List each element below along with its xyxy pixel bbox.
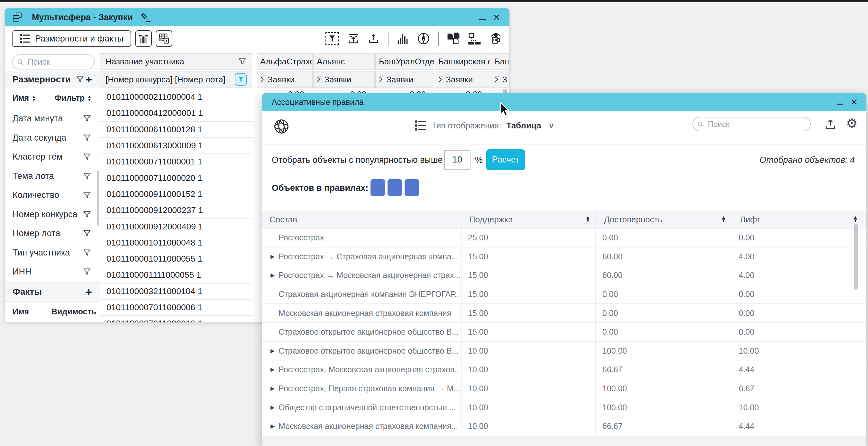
dimension-item[interactable]: Дата секунда: [5, 128, 100, 148]
confidence-header[interactable]: Достоверность: [604, 211, 662, 228]
dialog-close-button[interactable]: ✕: [847, 95, 861, 110]
pivot-row[interactable]: 0101100000711000020 1: [100, 170, 252, 186]
sort-icon[interactable]: ▲▼: [853, 216, 858, 222]
rule-row[interactable]: ▶ Страховая акционерная компания ЭНЕРГОГ…: [262, 285, 866, 304]
column-header[interactable]: Альянс: [313, 53, 375, 70]
filter-icon[interactable]: [83, 229, 91, 238]
filter-icon[interactable]: [83, 114, 91, 123]
pivot-row[interactable]: 0101100001011000048 1: [100, 235, 252, 251]
sidebar-scrollbar[interactable]: [97, 171, 99, 226]
measure-header[interactable]: Σ Заявки: [257, 71, 313, 88]
pivot-row[interactable]: 0101100007011000016 1: [100, 316, 252, 322]
rule-row[interactable]: ▶ Росгосстрах 25.00 0.00 0.00: [262, 229, 866, 247]
calculate-button[interactable]: Расчет: [486, 149, 525, 170]
column-header[interactable]: АльфаСтрахова: [257, 53, 313, 70]
pivot-row[interactable]: 0101100001011000055 1: [100, 251, 252, 267]
measure-header[interactable]: Σ Заявки: [313, 71, 375, 88]
rule-row[interactable]: ▶ Страховое открытое акционерное обществ…: [262, 323, 866, 342]
composition-header[interactable]: Состав: [270, 211, 297, 228]
tree-view-icon[interactable]: [468, 32, 481, 45]
dimension-item[interactable]: Номер лота: [5, 224, 100, 243]
filter-icon[interactable]: [83, 248, 91, 257]
dimension-item[interactable]: Тип участника: [5, 243, 100, 263]
dimensions-filter-icon[interactable]: [76, 75, 84, 84]
pivot-row[interactable]: 0101100000911000152 1: [100, 186, 252, 202]
bar-chart-icon[interactable]: [397, 33, 409, 44]
expand-arrow-icon[interactable]: ▶: [271, 385, 275, 392]
rule-size-button[interactable]: [371, 179, 385, 196]
filter-icon[interactable]: [83, 152, 91, 161]
compass-icon[interactable]: [417, 32, 430, 45]
rule-row[interactable]: ▶ Московская акционерная страховая компа…: [262, 304, 866, 323]
dimension-item[interactable]: Кластер тем: [5, 147, 100, 167]
measure-header[interactable]: Σ Заявки: [375, 71, 434, 88]
sidebar-search-input[interactable]: [27, 57, 90, 67]
filter-column-header[interactable]: Фильтр▲▼: [55, 93, 92, 102]
copy-icon[interactable]: [447, 32, 460, 45]
dialog-minimize-button[interactable]: [833, 95, 847, 110]
expand-arrow-icon[interactable]: ▶: [271, 366, 275, 373]
add-fact-button[interactable]: +: [86, 287, 92, 297]
dimension-item[interactable]: Дата минута: [5, 109, 100, 128]
minimize-button[interactable]: [475, 10, 490, 25]
facts-section-header[interactable]: Факты +: [5, 281, 100, 302]
table-view-button[interactable]: [156, 30, 173, 47]
dialog-export-icon[interactable]: [824, 118, 836, 130]
close-button[interactable]: ✕: [490, 10, 504, 25]
sort-icon[interactable]: ▲▼: [721, 216, 726, 222]
row-header-title-cell[interactable]: Название участника: [100, 53, 252, 70]
pivot-row[interactable]: 0101100000211000004 1: [100, 89, 252, 105]
dimensions-section-header[interactable]: Размерности +: [5, 71, 100, 88]
chevron-down-icon[interactable]: ∨: [548, 121, 554, 131]
pivot-row[interactable]: 0101100000912000409 1: [100, 218, 252, 235]
rule-row[interactable]: ▶ Росгосстрах → Страховая акционерная ко…: [262, 247, 866, 266]
filter-icon[interactable]: [83, 267, 91, 276]
expand-arrow-icon[interactable]: ▶: [271, 404, 275, 411]
dimension-item[interactable]: Количество: [5, 186, 100, 205]
dimension-item[interactable]: Номер конкурса: [5, 205, 100, 224]
filter-icon[interactable]: [83, 133, 91, 142]
rule-row[interactable]: ▶ Общество с ограниченной ответственност…: [262, 398, 866, 417]
sort-icon[interactable]: ▲▼: [586, 216, 590, 222]
dimension-item[interactable]: ИНН: [5, 262, 100, 281]
measure-header[interactable]: Σ Заявки: [435, 71, 491, 88]
row-header-key-cell[interactable]: [Номер конкурса] [Номер лота]: [100, 71, 252, 88]
rule-size-button[interactable]: [405, 179, 419, 196]
view-type-selector[interactable]: Тип отображения: Таблица ∨: [415, 120, 554, 131]
filter-selection-icon[interactable]: [326, 32, 339, 45]
filter-icon[interactable]: [83, 210, 91, 219]
dialog-search-input[interactable]: [707, 119, 806, 129]
watch-eye-icon[interactable]: [490, 32, 502, 45]
pivot-row[interactable]: 0101100000613000009 1: [100, 138, 252, 154]
active-filter-icon[interactable]: [235, 73, 247, 86]
expand-arrow-icon[interactable]: ▶: [271, 272, 275, 279]
lift-header[interactable]: Лифт: [740, 211, 761, 228]
rule-size-button[interactable]: [388, 179, 402, 196]
rule-row[interactable]: ▶ Росгосстрах, Первая страховая компания…: [262, 379, 866, 398]
rule-row[interactable]: ▶ Страховое открытое акционерное обществ…: [262, 342, 866, 361]
filter-icon[interactable]: [83, 172, 91, 181]
expand-arrow-icon[interactable]: ▶: [271, 253, 275, 260]
popularity-input[interactable]: [444, 150, 470, 170]
dialog-scrollbar[interactable]: [854, 224, 858, 290]
import-icon[interactable]: [347, 33, 360, 44]
pivot-row[interactable]: 0101100000412000001 1: [100, 105, 252, 121]
measure-header[interactable]: Σ З: [491, 71, 509, 88]
pivot-row[interactable]: 0101100000711000001 1: [100, 154, 252, 170]
pivot-row[interactable]: 0101100001111000055 1: [100, 267, 252, 283]
expand-arrow-icon[interactable]: ▶: [271, 348, 275, 354]
rule-row[interactable]: ▶ Росгосстрах, Московская акционерная ст…: [262, 360, 866, 379]
pivot-row[interactable]: 0101100000611000128 1: [100, 122, 252, 138]
rule-row[interactable]: ▶ Росгосстрах → Московская акционерная с…: [262, 266, 866, 285]
pivot-row[interactable]: 0101100003211000104 1: [100, 284, 252, 300]
column-header[interactable]: БашУралОтдел: [375, 53, 434, 70]
add-dimension-button[interactable]: +: [86, 74, 92, 85]
dimensions-facts-button[interactable]: Размерности и факты: [12, 30, 131, 47]
dialog-titlebar[interactable]: Ассоциативные правила ✕: [262, 93, 866, 111]
expand-arrow-icon[interactable]: ▶: [271, 423, 275, 429]
column-header[interactable]: Баш: [491, 53, 509, 70]
dialog-search[interactable]: [692, 117, 811, 131]
dimension-item[interactable]: Тема лота: [5, 167, 100, 186]
export-icon[interactable]: [368, 33, 379, 44]
edit-title-icon[interactable]: ✎: [141, 11, 149, 23]
